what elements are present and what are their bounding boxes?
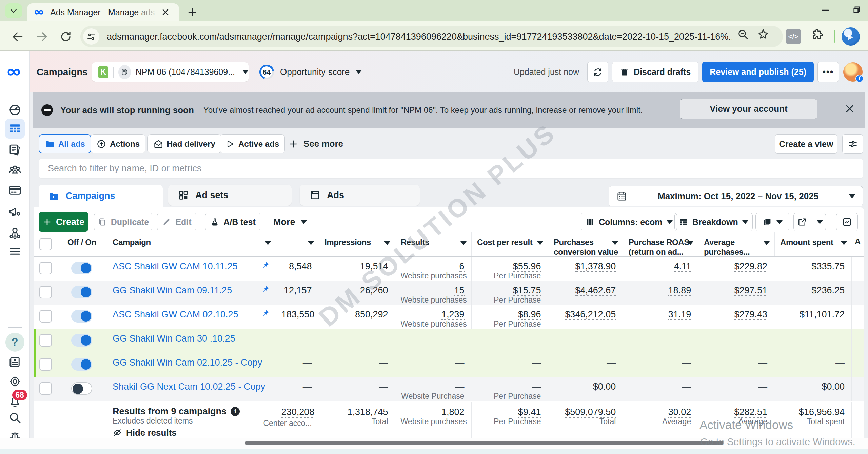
new-tab-button[interactable] xyxy=(185,5,200,20)
back-icon[interactable] xyxy=(8,27,27,46)
settings-button[interactable] xyxy=(8,374,22,389)
columns-button[interactable]: Columns: ecom xyxy=(581,212,677,232)
zoom-icon[interactable] xyxy=(735,26,751,42)
browser-profile-avatar[interactable] xyxy=(842,27,860,46)
charts-button[interactable] xyxy=(836,212,858,232)
devtools-extension-icon[interactable]: </> xyxy=(786,29,801,44)
banner-close-icon[interactable] xyxy=(842,101,858,117)
table-row[interactable]: Shakil GG Next Cam 10.02.25 - Copy — — —… xyxy=(34,377,864,401)
campaign-link[interactable]: Shakil GG Next Cam 10.02.25 - Copy xyxy=(113,381,265,392)
forward-icon[interactable] xyxy=(33,27,52,46)
column-header-campaign[interactable]: Campaign xyxy=(107,232,276,256)
more-options-button[interactable]: ••• xyxy=(817,62,839,82)
info-icon[interactable]: i xyxy=(231,407,240,416)
more-menu-button[interactable]: More xyxy=(273,212,307,232)
row-checkbox[interactable] xyxy=(39,286,52,298)
minimize-icon[interactable] xyxy=(821,5,830,15)
column-header-impressions[interactable]: Impressions xyxy=(319,232,395,256)
duplicate-button[interactable]: Duplicate xyxy=(94,212,152,232)
view-settings-button[interactable] xyxy=(842,134,863,154)
campaign-toggle[interactable] xyxy=(71,286,92,298)
sidebar-item-audiences[interactable] xyxy=(7,162,22,177)
column-header-average-purchases[interactable]: Average purchases... xyxy=(698,232,775,256)
campaign-link[interactable]: GG Shakil Win Cam 09.11.25 xyxy=(113,285,232,295)
tab-ads[interactable]: Ads xyxy=(300,185,420,206)
restore-icon[interactable] xyxy=(851,5,861,15)
table-row[interactable]: GG Shakil Win Cam 09.11.25 12,157 26,260… xyxy=(34,281,864,305)
reports-button[interactable] xyxy=(755,212,789,232)
search-filter-bar[interactable] xyxy=(39,159,863,179)
sidebar-item-updates[interactable] xyxy=(8,355,22,369)
campaign-toggle[interactable] xyxy=(71,382,92,395)
column-header-purchase-roas[interactable]: Purchase ROAS (return on ad... xyxy=(623,232,698,256)
opportunity-score[interactable]: 64 Opportunity score xyxy=(259,64,362,80)
sidebar-item-campaigns[interactable] xyxy=(5,119,25,139)
tab-campaigns[interactable]: Campaigns xyxy=(39,185,163,207)
table-row-draft[interactable]: GG Shakil Win Cam 02.10.25 - Copy — — — … xyxy=(34,353,864,377)
edit-button[interactable]: Edit xyxy=(157,212,196,232)
search-input[interactable] xyxy=(48,163,556,174)
select-all-checkbox[interactable] xyxy=(39,238,52,250)
help-button[interactable]: ? xyxy=(5,333,24,352)
campaign-toggle[interactable] xyxy=(71,262,92,274)
sidebar-item-business-settings[interactable] xyxy=(7,225,22,240)
create-button[interactable]: Create xyxy=(39,212,88,232)
reload-icon[interactable] xyxy=(56,27,75,46)
breakdown-button[interactable]: Breakdown xyxy=(674,212,753,232)
table-row-draft[interactable]: GG Shakil Win Cam 30 .10.25 — — — — — — … xyxy=(34,329,864,353)
table-row[interactable]: ASC Shakil GW CAM 10.11.25 8,548 19,514 … xyxy=(34,257,864,281)
horizontal-scrollbar[interactable] xyxy=(245,441,723,445)
view-account-button[interactable]: View your account xyxy=(680,99,817,119)
user-avatar[interactable]: f xyxy=(843,62,863,82)
campaign-toggle[interactable] xyxy=(71,334,92,347)
create-view-button[interactable]: Create a view xyxy=(775,134,837,154)
column-header-purchases-conversion-value[interactable]: Purchases conversion value xyxy=(548,232,623,256)
url-text[interactable]: adsmanager.facebook.com/adsmanager/manag… xyxy=(107,32,732,42)
column-header-amount-spent[interactable]: Amount spent xyxy=(775,232,852,256)
filter-chip-all-ads[interactable]: All ads xyxy=(39,134,91,153)
column-header-reach[interactable] xyxy=(276,232,319,256)
campaign-toggle[interactable] xyxy=(71,358,92,371)
campaign-link[interactable]: GG Shakil Win Cam 02.10.25 - Copy xyxy=(113,357,262,368)
address-bar[interactable]: adsmanager.facebook.com/adsmanager/manag… xyxy=(80,26,783,47)
sidebar-item-billing[interactable] xyxy=(8,183,22,198)
column-header-results[interactable]: Results xyxy=(395,232,472,256)
discard-drafts-button[interactable]: Discard drafts xyxy=(612,62,698,82)
row-checkbox[interactable] xyxy=(39,358,52,371)
tab-search-button[interactable] xyxy=(5,3,22,18)
tab-ad-sets[interactable]: Ad sets xyxy=(168,185,292,206)
row-checkbox[interactable] xyxy=(39,310,52,323)
browser-tab[interactable]: Ads Manager - Manage ads - C xyxy=(27,3,179,21)
search-button[interactable] xyxy=(8,411,22,425)
filter-chip-actions[interactable]: Actions xyxy=(91,134,145,153)
review-publish-button[interactable]: Review and publish (25) xyxy=(702,62,814,82)
campaign-link[interactable]: ASC Shakil GW CAM 02.10.25 xyxy=(113,309,238,319)
date-range-selector[interactable]: Maximum: Oct 15, 2022 – Nov 15, 2025 xyxy=(609,186,863,206)
see-more-filters[interactable]: See more xyxy=(289,134,343,153)
bookmark-star-icon[interactable] xyxy=(755,26,771,42)
meta-logo-icon[interactable] xyxy=(6,66,23,79)
campaign-link[interactable]: GG Shakil Win Cam 30 .10.25 xyxy=(113,333,235,344)
campaign-link[interactable]: ASC Shakil GW CAM 10.11.25 xyxy=(113,261,238,271)
extensions-puzzle-icon[interactable] xyxy=(810,26,825,42)
sidebar-item-ads-reporting[interactable] xyxy=(8,143,22,157)
sidebar-item-account-overview[interactable] xyxy=(8,102,22,116)
ab-test-button[interactable]: A/B test xyxy=(205,212,260,232)
sidebar-item-all-tools[interactable] xyxy=(8,245,22,258)
tab-close-icon[interactable] xyxy=(161,8,170,16)
table-row[interactable]: ASC Shakil GW CAM 02.10.25 183,550 850,2… xyxy=(34,305,864,329)
account-selector[interactable]: K NPM 06 (104784139609... xyxy=(92,62,249,82)
row-checkbox[interactable] xyxy=(39,262,52,274)
filter-chip-active-ads[interactable]: Active ads xyxy=(220,134,285,153)
campaign-toggle[interactable] xyxy=(71,310,92,323)
column-header-off-on[interactable]: Off / On xyxy=(58,232,107,256)
column-header-cost-per-result[interactable]: Cost per result xyxy=(472,232,548,256)
refresh-button[interactable] xyxy=(587,62,608,82)
column-header-next[interactable]: A xyxy=(852,232,864,256)
row-checkbox[interactable] xyxy=(39,334,52,347)
filter-chip-had-delivery[interactable]: Had delivery xyxy=(147,134,221,153)
row-checkbox[interactable] xyxy=(39,382,52,395)
export-button[interactable] xyxy=(793,212,826,232)
sidebar-item-ads-manager-settings[interactable] xyxy=(7,204,22,219)
site-settings-icon[interactable] xyxy=(83,28,99,45)
